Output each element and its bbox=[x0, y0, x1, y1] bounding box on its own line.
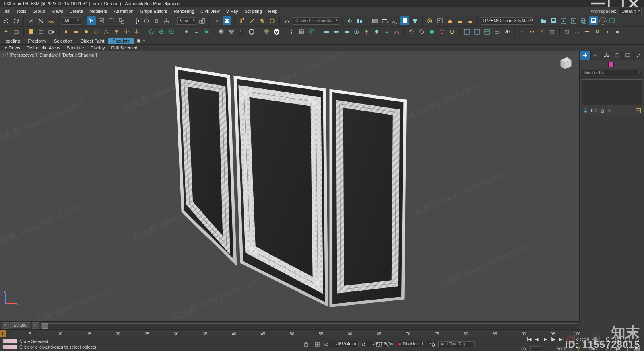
autosave-interval-badge[interactable]: 15 bbox=[599, 17, 607, 25]
pt-a-icon[interactable] bbox=[518, 27, 526, 36]
menu-modifiers[interactable]: Modifiers bbox=[86, 8, 111, 14]
geo-c-icon[interactable] bbox=[167, 27, 176, 36]
named-selection-dropdown[interactable]: Create Selection Set bbox=[293, 17, 339, 25]
display-tab[interactable] bbox=[623, 51, 634, 60]
auto-key-button[interactable] bbox=[566, 335, 575, 344]
tab-object-paint[interactable]: Object Paint bbox=[76, 38, 108, 44]
zoom-ext-button[interactable] bbox=[623, 335, 632, 344]
play-button[interactable]: ▶ bbox=[542, 336, 549, 343]
light-b-icon[interactable] bbox=[72, 27, 80, 36]
coord-x-value[interactable]: -1689.4mm bbox=[329, 341, 359, 347]
spinner-snap-button[interactable] bbox=[268, 16, 277, 25]
pt-d-icon[interactable] bbox=[548, 27, 557, 36]
time-config-button[interactable] bbox=[519, 345, 528, 351]
vray-a-icon[interactable] bbox=[287, 27, 296, 36]
material-editor-button[interactable] bbox=[411, 16, 419, 25]
light-c-icon[interactable] bbox=[82, 27, 91, 36]
walk-button[interactable] bbox=[623, 345, 632, 351]
placement-button[interactable] bbox=[162, 16, 171, 25]
pivot-center-button[interactable] bbox=[198, 16, 206, 25]
menu-graph-editors[interactable]: Graph Editors bbox=[137, 8, 171, 14]
prev-frame-button[interactable]: ◀| bbox=[534, 336, 541, 343]
menu-create[interactable]: Create bbox=[66, 8, 86, 14]
zoom-button[interactable] bbox=[604, 335, 613, 344]
time-ruler[interactable]: 0 5 10 15 20 25 30 35 40 45 50 55 60 65 … bbox=[0, 329, 580, 337]
angle-snap-button[interactable] bbox=[248, 16, 256, 25]
move-button[interactable] bbox=[132, 16, 141, 25]
pin-stack-button[interactable] bbox=[582, 107, 589, 114]
light-h-icon[interactable] bbox=[132, 27, 141, 36]
light-e-icon[interactable] bbox=[102, 27, 111, 36]
tab-selection[interactable]: Selection bbox=[50, 38, 76, 44]
isolate-button[interactable] bbox=[384, 340, 393, 349]
veg-a-icon[interactable] bbox=[362, 27, 371, 36]
orbit-button[interactable] bbox=[613, 345, 622, 351]
tab-modeling[interactable]: odeling bbox=[2, 38, 24, 44]
max-toggle-button[interactable] bbox=[633, 345, 642, 351]
menu-animation[interactable]: Animation bbox=[111, 8, 137, 14]
make-unique-button[interactable] bbox=[599, 107, 605, 114]
pt-b-icon[interactable] bbox=[528, 27, 537, 36]
import-button[interactable] bbox=[559, 16, 568, 25]
light-a-icon[interactable] bbox=[62, 27, 70, 36]
light-f-icon[interactable] bbox=[112, 27, 121, 36]
veg-d-icon[interactable] bbox=[392, 27, 401, 36]
menu-views[interactable]: Views bbox=[48, 8, 66, 14]
menu-vray[interactable]: V-Ray bbox=[223, 8, 242, 14]
vray-logo-icon[interactable] bbox=[272, 27, 281, 36]
mirror-button[interactable] bbox=[345, 16, 354, 25]
save-button[interactable] bbox=[549, 16, 558, 25]
unlink-button[interactable] bbox=[37, 16, 45, 25]
script-listener-button[interactable] bbox=[608, 16, 617, 25]
light-g-icon[interactable] bbox=[122, 27, 131, 36]
bind-spacewarp-button[interactable] bbox=[47, 16, 56, 25]
modify-tab[interactable] bbox=[591, 51, 602, 60]
schematic-view-button[interactable] bbox=[400, 16, 409, 25]
copy-scene-button[interactable] bbox=[579, 16, 588, 25]
status-material-swatch[interactable] bbox=[2, 339, 17, 344]
maxscript-mini-button[interactable] bbox=[374, 340, 383, 349]
gear-a-icon[interactable] bbox=[407, 27, 416, 36]
teapot-render-a-button[interactable] bbox=[446, 16, 454, 25]
select-object-button[interactable] bbox=[87, 16, 96, 25]
goto-start-button[interactable]: |◀ bbox=[526, 336, 533, 343]
bulb-icon[interactable] bbox=[448, 27, 456, 36]
render-setup-button[interactable] bbox=[425, 16, 434, 25]
eye-icon[interactable] bbox=[503, 27, 512, 36]
set-key-button[interactable]: Set K... bbox=[555, 346, 572, 351]
panel-c-icon[interactable] bbox=[483, 27, 491, 36]
viewport[interactable]: [+] [Perspective ] [Standard ] [Default … bbox=[0, 51, 580, 321]
select-rect-button[interactable] bbox=[107, 16, 116, 25]
time-prev-button[interactable]: < bbox=[2, 322, 9, 329]
snap-3-button[interactable]: 3▾ bbox=[237, 16, 246, 25]
misc-b-button[interactable] bbox=[12, 27, 21, 36]
modifier-stack[interactable] bbox=[582, 79, 642, 105]
hierarchy-tab[interactable] bbox=[601, 51, 612, 60]
percent-snap-button[interactable]: % bbox=[258, 16, 266, 25]
toggle-ribbon-button[interactable] bbox=[380, 16, 389, 25]
ref-coord-dropdown[interactable]: View bbox=[177, 17, 196, 25]
grid-icon[interactable] bbox=[262, 27, 271, 36]
tag-icon[interactable] bbox=[428, 340, 437, 349]
open-button[interactable] bbox=[539, 16, 548, 25]
pt-c-icon[interactable] bbox=[538, 27, 547, 36]
menu-civil-view[interactable]: Civil View bbox=[197, 8, 223, 14]
rendered-frame-button[interactable] bbox=[436, 16, 444, 25]
teapot-x-icon[interactable] bbox=[493, 27, 502, 36]
scale-button[interactable] bbox=[152, 16, 161, 25]
autosave-toggle-button[interactable] bbox=[589, 16, 598, 25]
panel-b-icon[interactable] bbox=[473, 27, 481, 36]
populate-edit[interactable]: Edit Selected bbox=[108, 45, 141, 51]
set-key-large-button[interactable] bbox=[591, 335, 600, 344]
veg-b-icon[interactable] bbox=[372, 27, 381, 36]
selection-filter-dropdown[interactable]: All bbox=[62, 17, 81, 25]
gear-d-icon[interactable] bbox=[438, 27, 446, 36]
menu-scripting[interactable]: Scripting bbox=[242, 8, 265, 14]
key-filters-button[interactable] bbox=[574, 345, 583, 351]
motion-tab[interactable] bbox=[612, 51, 623, 60]
export-button[interactable] bbox=[569, 16, 578, 25]
filters-label[interactable]: Filters... bbox=[585, 347, 600, 351]
utilities-tab[interactable] bbox=[634, 51, 644, 60]
abs-rel-button[interactable] bbox=[313, 340, 322, 349]
arch-icon[interactable] bbox=[37, 27, 45, 36]
